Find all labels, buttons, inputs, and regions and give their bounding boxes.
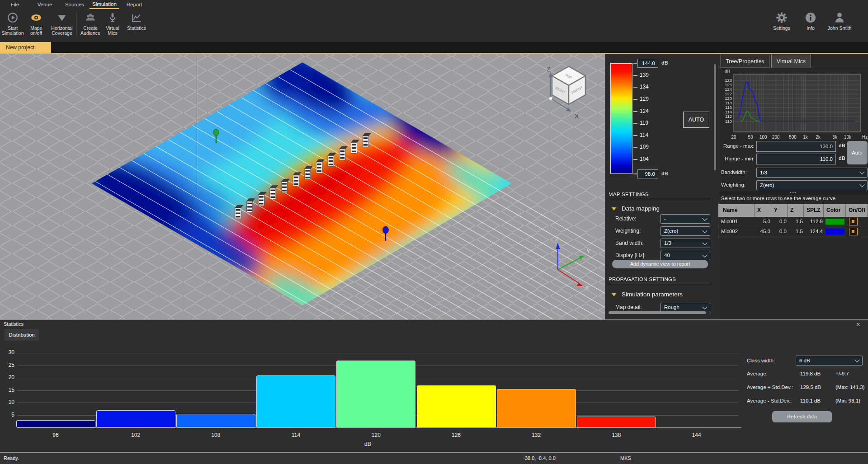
column-header-name[interactable]: Name	[721, 204, 755, 217]
mic-color-swatch[interactable]	[826, 219, 844, 225]
histogram-bar[interactable]	[16, 420, 95, 428]
column-header-color[interactable]: Color	[825, 204, 846, 217]
column-header-x[interactable]: X	[755, 204, 771, 217]
colorbar-tick-label: 119	[640, 120, 648, 126]
mic-onoff-checkbox[interactable]	[849, 218, 858, 225]
column-header-splz[interactable]: SPLZ	[805, 204, 824, 217]
vertical-scrollbar[interactable]	[714, 64, 716, 170]
panel-splitter[interactable]: •••	[718, 191, 868, 195]
weighting-dropdown[interactable]: Z(ero)	[756, 180, 868, 190]
column-header-onoff[interactable]: On/Off	[847, 204, 868, 217]
class-width-label: Class width:	[747, 358, 775, 363]
setting-dropdown-display-hz-[interactable]: 40	[660, 251, 710, 260]
mic-z: 1.5	[788, 219, 803, 224]
toolbar-button-start-simulation[interactable]: Start Simulation	[0, 11, 25, 40]
collapse-triangle-icon[interactable]	[612, 207, 616, 211]
svg-text:Hz: Hz	[862, 135, 868, 140]
colorbar-tick	[633, 135, 637, 136]
histogram-bar[interactable]	[577, 417, 656, 427]
add-dynamic-view-button[interactable]: Add dynamic view to report	[612, 260, 708, 268]
refresh-data-button[interactable]: Refresh data	[772, 411, 832, 422]
legend-max-unit: dB	[661, 60, 668, 66]
menu-item-sources[interactable]: Sources	[60, 0, 90, 9]
toolbar-button-info[interactable]: Info	[799, 11, 822, 40]
legend-auto-button[interactable]: AUTO	[683, 112, 709, 128]
histogram-x-label: 126	[447, 432, 465, 438]
setting-label: Weighting:	[615, 228, 641, 234]
histogram-x-label: 114	[287, 432, 305, 438]
table-hint-text: Select two or more rows to see the avera…	[721, 196, 835, 201]
histogram-bar[interactable]	[336, 361, 415, 427]
histogram-bar[interactable]	[176, 414, 255, 427]
setting-label: Map detail:	[615, 304, 642, 310]
avg-plus-std-value: 129.5 dB	[800, 384, 821, 390]
range-min-input[interactable]: 110.0	[756, 154, 836, 164]
chevron-down-icon	[854, 357, 859, 362]
colorbar-tick	[633, 87, 637, 88]
legend-max-input[interactable]: 144.0	[637, 59, 658, 68]
close-icon[interactable]: ×	[856, 320, 860, 328]
colorbar-tick	[633, 111, 637, 112]
bandwidth-dropdown[interactable]: 1/3	[756, 168, 868, 178]
menu-item-simulation[interactable]: Simulation	[90, 0, 119, 9]
simulation-parameters-group-title: Simulation parameters	[622, 291, 683, 298]
mic-frequency-response-chart[interactable]: 1281261241221201181161141121102050100200…	[718, 73, 868, 145]
map-settings-header: MAP SETTINGS	[609, 192, 649, 197]
microphone-icon	[102, 11, 123, 24]
bandwidth-label: Bandwidth:	[721, 169, 747, 175]
toolbar-button-virtual-mics[interactable]: Virtual Mics	[102, 11, 123, 40]
play-circle-icon	[0, 11, 25, 24]
table-row[interactable]: Mic00245.00.01.5124.4	[718, 227, 868, 237]
histogram-bar[interactable]	[497, 389, 576, 427]
tab-virtual-mics[interactable]: Virtual Mics	[771, 55, 811, 68]
setting-dropdown-band-width-[interactable]: 1/3	[660, 239, 710, 248]
gear-icon	[768, 11, 795, 24]
mic-onoff-checkbox[interactable]	[849, 228, 858, 235]
menu-item-report[interactable]: Report	[119, 0, 149, 9]
toolbar-button-maps-on-off[interactable]: Maps on/off	[25, 11, 47, 40]
menu-item-file[interactable]: File	[0, 0, 30, 9]
class-width-dropdown[interactable]: 6 dB	[796, 356, 863, 366]
menu-bar: FileVenueSourcesSimulationReport	[0, 0, 868, 9]
viewport-3d[interactable]: TOP RIGHT FRONT Z X Z Y X	[0, 53, 605, 319]
setting-dropdown-weighting-[interactable]: Z(ero)	[660, 226, 710, 236]
mic-y: 0.0	[772, 219, 787, 224]
table-row[interactable]: Mic0015.00.01.5112.9	[718, 217, 868, 227]
collapse-triangle-icon[interactable]	[612, 293, 616, 296]
range-auto-button[interactable]: Auto	[847, 141, 868, 164]
column-header-y[interactable]: Y	[772, 204, 788, 217]
tab-tree-properties[interactable]: Tree/Properties	[720, 55, 770, 68]
average-value: 119.8 dB	[800, 371, 821, 376]
cube-z-axis-label: Z	[547, 66, 551, 73]
divider	[609, 284, 712, 284]
setting-dropdown-map-detail-[interactable]: Rough	[660, 303, 710, 312]
toolbar-button-horizontal-coverage[interactable]: Horizontal Coverage	[47, 11, 77, 40]
chevron-down-icon	[859, 169, 864, 174]
svg-text:200: 200	[772, 135, 780, 140]
toolbar-button-statistics[interactable]: Statistics	[123, 11, 150, 40]
toolbar-button-create-audience[interactable]: Create Audience	[79, 11, 102, 40]
chevron-down-icon	[859, 182, 864, 187]
column-header-z[interactable]: Z	[788, 204, 804, 217]
histogram-y-label: 15	[3, 387, 14, 393]
svg-text:10k: 10k	[844, 135, 852, 140]
setting-dropdown-relative-[interactable]: -	[660, 214, 710, 224]
class-width-value: 6 dB	[799, 358, 810, 363]
menu-item-venue[interactable]: Venue	[30, 0, 60, 9]
tab-distribution[interactable]: Distribution	[5, 329, 39, 341]
histogram-bar[interactable]	[417, 385, 496, 427]
statistics-panel: Statistics × Distribution 51015202530961…	[0, 319, 868, 452]
legend-min-input[interactable]: 98.0	[637, 169, 658, 178]
tab-new-project[interactable]: New project	[0, 42, 51, 53]
person-icon	[823, 11, 856, 24]
histogram-bar[interactable]	[96, 410, 175, 428]
range-max-input[interactable]: 130.0	[756, 141, 836, 152]
histogram-x-label: 96	[47, 432, 65, 438]
mic-color-swatch[interactable]	[826, 229, 844, 234]
toolbar-button-john-smith[interactable]: John Smith	[823, 11, 856, 40]
histogram-bar[interactable]	[256, 375, 335, 427]
toolbar-button-settings[interactable]: Settings	[768, 11, 795, 40]
line-chart-icon	[123, 11, 150, 24]
horizontal-scrollbar[interactable]	[609, 311, 706, 314]
legend-min-unit: dB	[661, 171, 668, 176]
